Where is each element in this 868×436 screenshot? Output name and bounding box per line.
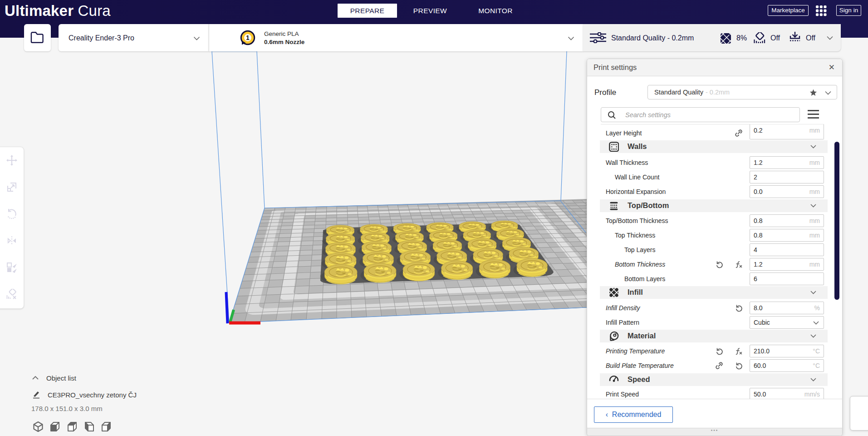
svg-text:1: 1 xyxy=(246,34,250,41)
